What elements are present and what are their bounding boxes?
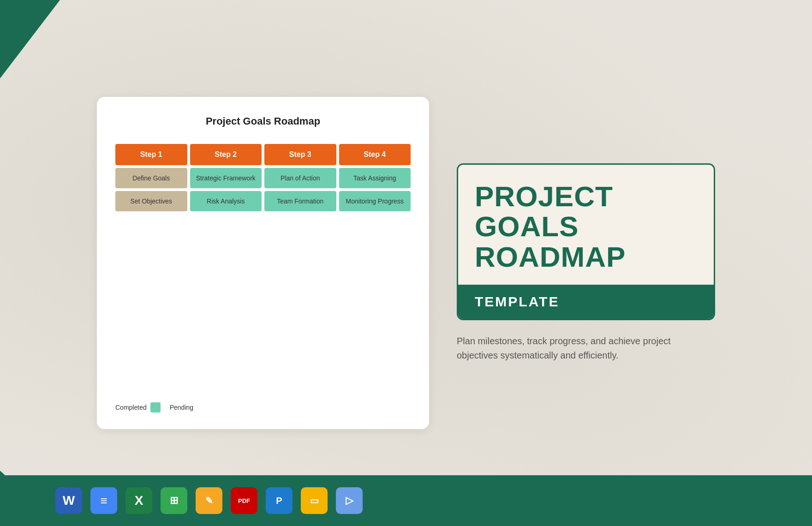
app-icon-publisher[interactable]: P [266, 487, 293, 514]
description-text: Plan milestones, track progress, and ach… [457, 334, 697, 363]
completed-swatch [150, 402, 161, 412]
cell-strategic-framework: Strategic Framework [190, 168, 262, 188]
app-icon-keynote[interactable]: ▷ [336, 487, 363, 514]
cell-monitoring-progress: Monitoring Progress [339, 191, 411, 211]
cell-team-formation: Team Formation [264, 191, 336, 211]
step-header-1: Step 1 [115, 144, 187, 165]
app-icon-excel[interactable]: X [125, 487, 152, 514]
step-header-2: Step 2 [190, 144, 262, 165]
template-subtitle: TEMPLATE [475, 294, 697, 310]
app-icon-word[interactable]: W [55, 487, 82, 514]
title-card-top: PROJECT GOALS ROADMAP [458, 165, 714, 284]
main-content: Project Goals Roadmap Step 1 Step 2 Step… [0, 0, 812, 526]
step-header-3: Step 3 [264, 144, 336, 165]
bottom-toolbar: W ≡ X ⊞ ✎ PDF P ▭ ▷ [0, 475, 812, 526]
app-icon-pdf[interactable]: PDF [231, 487, 257, 514]
title-card: PROJECT GOALS ROADMAP TEMPLATE [457, 163, 715, 320]
cell-set-objectives: Set Objectives [115, 191, 187, 211]
completed-label: Completed [115, 404, 147, 411]
app-icon-sheets[interactable]: ⊞ [161, 487, 187, 514]
pending-label: Pending [170, 404, 193, 411]
title-heading: PROJECT GOALS ROADMAP [475, 181, 697, 271]
app-icon-slides[interactable]: ▭ [301, 487, 328, 514]
cell-task-assigning: Task Assigning [339, 168, 411, 188]
roadmap-table: Step 1 Step 2 Step 3 Step 4 Define Goals… [115, 144, 411, 211]
right-section: PROJECT GOALS ROADMAP TEMPLATE Plan mile… [457, 163, 715, 362]
cell-plan-of-action: Plan of Action [264, 168, 336, 188]
step-header-4: Step 4 [339, 144, 411, 165]
legend: Completed Pending [115, 402, 193, 412]
legend-completed: Completed [115, 402, 161, 412]
cell-define-goals: Define Goals [115, 168, 187, 188]
card-title: Project Goals Roadmap [115, 115, 411, 127]
legend-pending: Pending [170, 404, 193, 411]
title-card-bottom: TEMPLATE [458, 285, 714, 319]
roadmap-card: Project Goals Roadmap Step 1 Step 2 Step… [97, 97, 429, 429]
cell-risk-analysis: Risk Analysis [190, 191, 262, 211]
app-icon-pages[interactable]: ✎ [196, 487, 222, 514]
app-icon-docs[interactable]: ≡ [90, 487, 117, 514]
